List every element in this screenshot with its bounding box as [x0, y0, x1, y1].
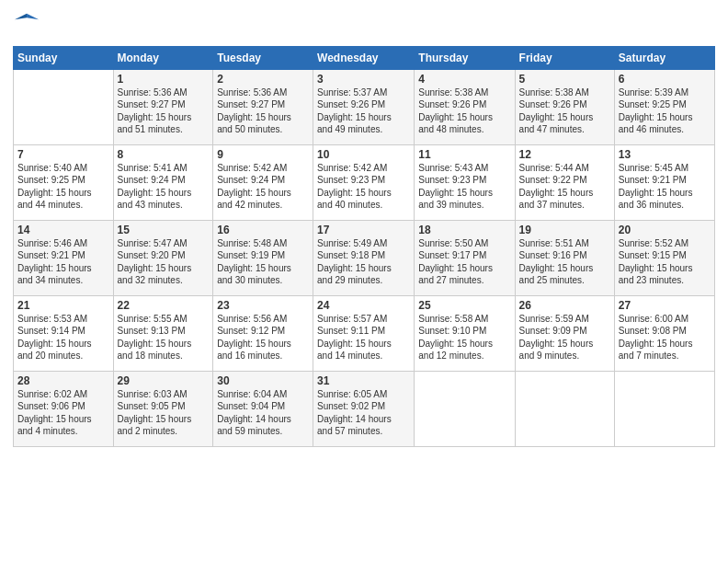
day-info: Sunrise: 5:41 AM Sunset: 9:24 PM Dayligh… [118, 162, 210, 212]
calendar-day-cell: 27Sunrise: 6:00 AM Sunset: 9:08 PM Dayli… [614, 295, 714, 371]
calendar-day-cell: 9Sunrise: 5:42 AM Sunset: 9:24 PM Daylig… [213, 144, 313, 220]
calendar-day-cell: 6Sunrise: 5:39 AM Sunset: 9:25 PM Daylig… [614, 69, 714, 144]
calendar-day-cell: 3Sunrise: 5:37 AM Sunset: 9:26 PM Daylig… [313, 69, 415, 144]
day-info: Sunrise: 5:39 AM Sunset: 9:25 PM Dayligh… [619, 86, 711, 136]
calendar-day-cell: 21Sunrise: 5:53 AM Sunset: 9:14 PM Dayli… [14, 295, 114, 371]
day-info: Sunrise: 5:51 AM Sunset: 9:16 PM Dayligh… [519, 237, 610, 287]
calendar-header-row: SundayMondayTuesdayWednesdayThursdayFrid… [14, 46, 715, 69]
day-info: Sunrise: 5:37 AM Sunset: 9:26 PM Dayligh… [317, 86, 410, 136]
day-info: Sunrise: 5:50 AM Sunset: 9:17 PM Dayligh… [418, 237, 510, 287]
day-info: Sunrise: 5:44 AM Sunset: 9:22 PM Dayligh… [519, 162, 610, 212]
day-number: 6 [619, 73, 711, 86]
calendar-day-cell: 20Sunrise: 5:52 AM Sunset: 9:15 PM Dayli… [614, 220, 714, 295]
day-info: Sunrise: 5:56 AM Sunset: 9:12 PM Dayligh… [217, 313, 309, 362]
day-number: 9 [217, 148, 309, 161]
weekday-header: Saturday [614, 46, 714, 69]
day-number: 28 [17, 374, 109, 387]
calendar-day-cell: 4Sunrise: 5:38 AM Sunset: 9:26 PM Daylig… [415, 69, 515, 144]
calendar-day-cell: 2Sunrise: 5:36 AM Sunset: 9:27 PM Daylig… [213, 69, 313, 144]
day-number: 7 [17, 148, 109, 161]
day-number: 21 [17, 299, 109, 312]
day-info: Sunrise: 5:46 AM Sunset: 9:21 PM Dayligh… [17, 237, 109, 287]
day-number: 14 [17, 224, 109, 236]
day-info: Sunrise: 5:36 AM Sunset: 9:27 PM Dayligh… [118, 86, 210, 136]
logo [13, 13, 40, 40]
calendar-day-cell: 10Sunrise: 5:42 AM Sunset: 9:23 PM Dayli… [313, 144, 415, 220]
svg-marker-0 [27, 14, 39, 20]
calendar-day-cell: 13Sunrise: 5:45 AM Sunset: 9:21 PM Dayli… [614, 144, 714, 220]
day-info: Sunrise: 5:49 AM Sunset: 9:18 PM Dayligh… [317, 237, 410, 287]
day-number: 1 [118, 73, 210, 86]
day-number: 27 [619, 299, 711, 312]
calendar-day-cell: 26Sunrise: 5:59 AM Sunset: 9:09 PM Dayli… [515, 295, 614, 371]
day-number: 5 [519, 73, 610, 86]
calendar-day-cell: 16Sunrise: 5:48 AM Sunset: 9:19 PM Dayli… [213, 220, 313, 295]
calendar-day-cell: 8Sunrise: 5:41 AM Sunset: 9:24 PM Daylig… [113, 144, 213, 220]
day-number: 10 [317, 148, 410, 161]
day-number: 16 [217, 224, 309, 236]
day-info: Sunrise: 6:05 AM Sunset: 9:02 PM Dayligh… [317, 388, 410, 438]
calendar-day-cell: 17Sunrise: 5:49 AM Sunset: 9:18 PM Dayli… [313, 220, 415, 295]
weekday-header: Tuesday [213, 46, 313, 69]
day-info: Sunrise: 5:40 AM Sunset: 9:25 PM Dayligh… [17, 162, 109, 212]
calendar-day-cell [415, 371, 515, 446]
day-info: Sunrise: 6:02 AM Sunset: 9:06 PM Dayligh… [17, 388, 109, 438]
calendar-day-cell: 25Sunrise: 5:58 AM Sunset: 9:10 PM Dayli… [415, 295, 515, 371]
calendar-day-cell: 7Sunrise: 5:40 AM Sunset: 9:25 PM Daylig… [14, 144, 114, 220]
calendar-week-row: 7Sunrise: 5:40 AM Sunset: 9:25 PM Daylig… [14, 144, 715, 220]
day-number: 25 [418, 299, 510, 312]
day-info: Sunrise: 5:57 AM Sunset: 9:11 PM Dayligh… [317, 313, 410, 362]
day-info: Sunrise: 5:47 AM Sunset: 9:20 PM Dayligh… [118, 237, 210, 287]
calendar-day-cell [14, 69, 114, 144]
day-number: 4 [418, 73, 510, 86]
day-info: Sunrise: 6:03 AM Sunset: 9:05 PM Dayligh… [118, 388, 210, 438]
logo-text [13, 13, 40, 40]
day-info: Sunrise: 5:42 AM Sunset: 9:23 PM Dayligh… [317, 162, 410, 212]
day-info: Sunrise: 5:52 AM Sunset: 9:15 PM Dayligh… [619, 237, 711, 287]
day-number: 26 [519, 299, 610, 312]
calendar-day-cell: 31Sunrise: 6:05 AM Sunset: 9:02 PM Dayli… [313, 371, 415, 446]
day-number: 8 [118, 148, 210, 161]
calendar-day-cell: 15Sunrise: 5:47 AM Sunset: 9:20 PM Dayli… [113, 220, 213, 295]
day-number: 18 [418, 224, 510, 236]
day-number: 15 [118, 224, 210, 236]
day-info: Sunrise: 5:36 AM Sunset: 9:27 PM Dayligh… [217, 86, 309, 136]
calendar-day-cell: 11Sunrise: 5:43 AM Sunset: 9:23 PM Dayli… [415, 144, 515, 220]
calendar-day-cell: 19Sunrise: 5:51 AM Sunset: 9:16 PM Dayli… [515, 220, 614, 295]
day-info: Sunrise: 5:38 AM Sunset: 9:26 PM Dayligh… [418, 86, 510, 136]
day-info: Sunrise: 5:59 AM Sunset: 9:09 PM Dayligh… [519, 313, 610, 362]
weekday-header: Friday [515, 46, 614, 69]
svg-marker-1 [15, 14, 27, 20]
page-container: SundayMondayTuesdayWednesdayThursdayFrid… [0, 0, 728, 563]
day-number: 11 [418, 148, 510, 161]
day-info: Sunrise: 5:48 AM Sunset: 9:19 PM Dayligh… [217, 237, 309, 287]
day-number: 13 [619, 148, 711, 161]
day-number: 30 [217, 374, 309, 387]
day-number: 22 [118, 299, 210, 312]
day-info: Sunrise: 5:58 AM Sunset: 9:10 PM Dayligh… [418, 313, 510, 362]
calendar-day-cell: 22Sunrise: 5:55 AM Sunset: 9:13 PM Dayli… [113, 295, 213, 371]
day-info: Sunrise: 5:53 AM Sunset: 9:14 PM Dayligh… [17, 313, 109, 362]
calendar-day-cell: 5Sunrise: 5:38 AM Sunset: 9:26 PM Daylig… [515, 69, 614, 144]
page-header [13, 9, 715, 40]
day-info: Sunrise: 5:55 AM Sunset: 9:13 PM Dayligh… [118, 313, 210, 362]
calendar-day-cell: 1Sunrise: 5:36 AM Sunset: 9:27 PM Daylig… [113, 69, 213, 144]
day-info: Sunrise: 6:00 AM Sunset: 9:08 PM Dayligh… [619, 313, 711, 362]
day-number: 20 [619, 224, 711, 236]
weekday-header: Monday [113, 46, 213, 69]
day-number: 24 [317, 299, 410, 312]
day-number: 3 [317, 73, 410, 86]
calendar-day-cell: 24Sunrise: 5:57 AM Sunset: 9:11 PM Dayli… [313, 295, 415, 371]
calendar-week-row: 21Sunrise: 5:53 AM Sunset: 9:14 PM Dayli… [14, 295, 715, 371]
calendar-week-row: 14Sunrise: 5:46 AM Sunset: 9:21 PM Dayli… [14, 220, 715, 295]
day-number: 17 [317, 224, 410, 236]
calendar-week-row: 28Sunrise: 6:02 AM Sunset: 9:06 PM Dayli… [14, 371, 715, 446]
day-info: Sunrise: 5:43 AM Sunset: 9:23 PM Dayligh… [418, 162, 510, 212]
weekday-header: Thursday [415, 46, 515, 69]
day-info: Sunrise: 5:45 AM Sunset: 9:21 PM Dayligh… [619, 162, 711, 212]
calendar-day-cell: 28Sunrise: 6:02 AM Sunset: 9:06 PM Dayli… [14, 371, 114, 446]
weekday-header: Sunday [14, 46, 114, 69]
weekday-header: Wednesday [313, 46, 415, 69]
day-info: Sunrise: 5:42 AM Sunset: 9:24 PM Dayligh… [217, 162, 309, 212]
day-info: Sunrise: 6:04 AM Sunset: 9:04 PM Dayligh… [217, 388, 309, 438]
